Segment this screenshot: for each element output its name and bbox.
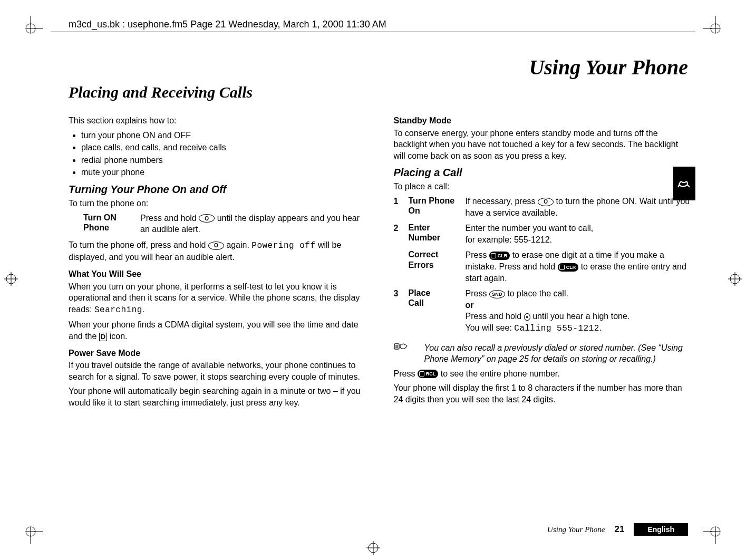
page: m3cd_us.bk : usephone.fm5 Page 21 Wednes…	[0, 0, 746, 560]
calling-code: Calling 555-1212	[514, 324, 599, 333]
align-mark-right	[728, 272, 742, 288]
section-title: Placing and Receiving Calls	[69, 83, 253, 101]
bullet-item: mute your phone	[81, 167, 365, 178]
placing-intro: To place a call:	[394, 181, 691, 192]
right-column: Standby Mode To conserve energy, your ph…	[394, 115, 691, 511]
heading-turning: Turning Your Phone On and Off	[69, 182, 365, 197]
intro-bullets: turn your phone ON and OFF place calls, …	[69, 130, 365, 178]
step4-see: You will see:	[466, 323, 515, 332]
heading-power-save: Power Save Mode	[69, 347, 365, 359]
document-title: Using Your Phone	[529, 55, 688, 80]
see-entire-b: to see the entire phone number.	[441, 369, 560, 378]
step4-see-end: .	[599, 323, 602, 332]
footer: Using Your Phone 21 English	[547, 523, 688, 536]
intro-text: This section explains how to:	[69, 115, 365, 127]
power-key-icon: O	[538, 198, 554, 206]
footer-section: Using Your Phone	[547, 525, 605, 534]
turn-on-intro: To turn the phone on:	[69, 198, 365, 209]
placing-steps: 1 Turn PhoneOn If necessary, press O to …	[394, 196, 691, 339]
crop-mark-br	[703, 520, 727, 544]
turn-on-step: Turn ON Phone Press and hold O until the…	[69, 213, 365, 239]
what-p2: When your phone finds a CDMA digital sys…	[69, 319, 365, 342]
turn-off-2: again.	[226, 240, 251, 249]
step-row: CorrectErrors Press CLR to erase one dig…	[394, 249, 691, 288]
step3-a: Press	[466, 250, 489, 259]
heading-standby: Standby Mode	[394, 115, 691, 127]
see-entire-a: Press	[394, 369, 418, 378]
what-p1-end: .	[142, 305, 144, 314]
turn-on-desc-1: Press and hold	[140, 214, 199, 223]
step4-b: to place the call.	[507, 289, 568, 298]
step-label-line1: Correct	[409, 250, 439, 259]
psm-p1: If you travel outside the range of avail…	[69, 360, 365, 382]
step-label-line2: On	[409, 206, 420, 215]
snd-key-icon: SND	[489, 290, 505, 298]
align-mark-left	[4, 272, 18, 288]
last-p: Your phone will display the first 1 to 8…	[394, 382, 691, 405]
left-column: This section explains how to: turn your …	[69, 115, 365, 511]
power-key-icon: O	[208, 242, 224, 250]
step-label-line2: Call	[409, 298, 424, 307]
step4-or: or	[466, 301, 474, 310]
note-block: You can also recall a previously dialed …	[394, 342, 691, 365]
step2-text: Enter the number you want to call, for e…	[466, 223, 691, 249]
step4-a: Press	[466, 289, 489, 298]
heading-what-you-see: What You Will See	[69, 268, 365, 280]
crop-mark-tl	[19, 16, 43, 40]
footer-language: English	[634, 523, 688, 536]
see-entire-p: Press RCL to see the entire phone number…	[394, 368, 691, 380]
bullet-item: place calls, end calls, and receive call…	[81, 142, 365, 153]
what-p1: When you turn on your phone, it performs…	[69, 281, 365, 316]
step-num: 2	[394, 223, 409, 249]
step-label-line2: Errors	[409, 260, 434, 269]
step-row: 2 EnterNumber Enter the number you want …	[394, 223, 691, 249]
standby-p: To conserve energy, your phone enters st…	[394, 128, 691, 162]
step-label-line1: Enter	[409, 223, 430, 232]
step-num: 1	[394, 196, 409, 223]
body-columns: This section explains how to: turn your …	[69, 115, 690, 511]
step-label-line2: Phone	[83, 223, 109, 232]
step-num	[394, 249, 409, 288]
bullet-item: turn your phone ON and OFF	[81, 130, 365, 141]
step-label-line2: Number	[409, 233, 440, 242]
smart-key-icon: ●	[524, 313, 530, 321]
note-hand-icon	[394, 342, 409, 365]
psm-p2: Your phone will automatically begin sear…	[69, 385, 365, 408]
what-p2-2: icon.	[110, 332, 128, 341]
step1-a: If necessary, press	[466, 197, 538, 206]
step-label-line1: Turn ON	[83, 213, 117, 222]
turn-off-p: To turn the phone off, press and hold O …	[69, 239, 365, 263]
powering-off-code: Powering off	[251, 241, 315, 250]
step4-d: until you hear a high tone.	[532, 312, 629, 321]
clr-key-icon: CLR	[558, 263, 579, 272]
step-label-line1: Place	[409, 288, 431, 297]
rcl-key-icon: RCL	[418, 370, 439, 378]
turn-off-1: To turn the phone off, press and hold	[69, 240, 208, 249]
crop-mark-tr	[703, 16, 727, 40]
searching-code: Searching	[94, 305, 142, 315]
footer-page-number: 21	[615, 524, 625, 535]
step-row: 1 Turn PhoneOn If necessary, press O to …	[394, 196, 691, 223]
header-rule	[51, 32, 695, 32]
header-slug: m3cd_us.bk : usephone.fm5 Page 21 Wednes…	[69, 19, 386, 30]
power-key-icon: O	[199, 214, 215, 223]
step-label-line1: Turn Phone	[409, 196, 455, 205]
heading-placing-call: Placing a Call	[394, 166, 691, 180]
align-mark-bottom	[366, 541, 380, 557]
bullet-item: redial phone numbers	[81, 155, 365, 166]
digital-d-icon: D	[99, 333, 107, 341]
clr-key-icon: CLR	[489, 252, 510, 260]
note-text: You can also recall a previously dialed …	[412, 342, 691, 365]
step-row: 3 PlaceCall Press SND to place the call.…	[394, 288, 691, 339]
crop-mark-bl	[19, 520, 43, 544]
step-num: 3	[394, 288, 409, 339]
step4-c: Press and hold	[466, 312, 524, 321]
